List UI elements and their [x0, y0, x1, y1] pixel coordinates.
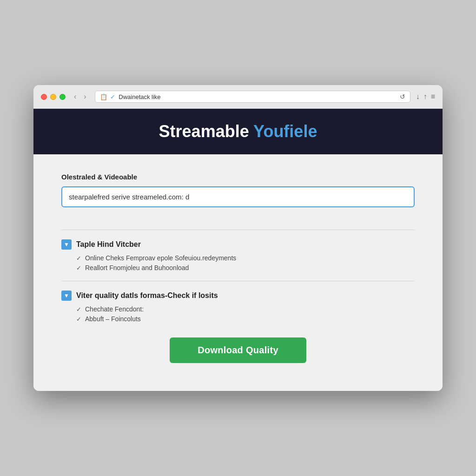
item-text: Chechate Fencdont: — [85, 305, 144, 313]
favicon: ✓ — [110, 93, 115, 100]
feature-items-1: ✓ Online Cheks Femproav epole Sofeuiou.r… — [61, 254, 415, 271]
title-bar: ‹ › 📋 ✓ Dwainetack like ↺ ↓ ↑ ≡ — [33, 85, 443, 109]
reload-button[interactable]: ↺ — [400, 93, 405, 100]
list-item: ✓ Online Cheks Femproav epole Sofeuiou.r… — [76, 254, 415, 262]
check-icon: ✓ — [76, 316, 81, 323]
check-icon: ✓ — [76, 306, 81, 313]
list-item: ✓ Chechate Fencdont: — [76, 305, 415, 313]
back-button[interactable]: ‹ — [71, 92, 79, 102]
divider-2 — [61, 281, 415, 281]
menu-button[interactable]: ≡ — [431, 93, 435, 101]
section-label: Olestraled & Videoable — [61, 173, 415, 181]
address-bar[interactable]: 📋 ✓ Dwainetack like ↺ — [95, 91, 410, 103]
list-item: ✓ Reallort Fnomjoleu and Buhoonload — [76, 264, 415, 271]
upload-toolbar-button[interactable]: ↑ — [423, 93, 427, 101]
nav-buttons: ‹ › — [71, 92, 89, 102]
chevron-icon-2: ▼ — [61, 291, 72, 301]
close-button[interactable] — [41, 94, 47, 100]
maximize-button[interactable] — [60, 94, 66, 100]
feature-title-1: Taple Hind Vitcber — [76, 240, 141, 249]
url-display: Dwainetack like — [119, 93, 160, 100]
chevron-icon-1: ▼ — [61, 239, 72, 250]
window-controls — [41, 94, 66, 100]
item-text: Reallort Fnomjoleu and Buhoonload — [85, 264, 189, 271]
check-icon: ✓ — [76, 264, 81, 271]
feature-section-1: ▼ Taple Hind Vitcber ✓ Online Cheks Femp… — [61, 239, 415, 271]
feature-section-2: ▼ Viter quality datls formas-Check if lo… — [61, 291, 415, 323]
download-quality-button[interactable]: Download Quality — [170, 337, 306, 363]
item-text: Abbuft – Foincoluts — [85, 315, 141, 323]
page-header: Streamable Youfiele — [33, 109, 443, 154]
clipboard-icon: 📋 — [100, 93, 107, 100]
title-blue: Youfiele — [253, 122, 317, 141]
divider-1 — [61, 230, 415, 230]
feature-title-2: Viter quality datls formas-Check if losi… — [76, 291, 218, 300]
minimize-button[interactable] — [50, 94, 56, 100]
forward-button[interactable]: › — [81, 92, 89, 102]
download-toolbar-button[interactable]: ↓ — [416, 93, 420, 101]
toolbar-right: ↓ ↑ ≡ — [416, 93, 435, 101]
page-title: Streamable Youfiele — [43, 122, 433, 141]
feature-items-2: ✓ Chechate Fencdont: ✓ Abbuft – Foincolu… — [61, 305, 415, 323]
list-item: ✓ Abbuft – Foincoluts — [76, 315, 415, 323]
page-content: Olestraled & Videoable ▼ Taple Hind Vitc… — [33, 154, 443, 391]
feature-header-1: ▼ Taple Hind Vitcber — [61, 239, 415, 250]
item-text: Online Cheks Femproav epole Sofeuiou.red… — [85, 254, 236, 262]
address-text: ✓ Dwainetack like — [110, 93, 397, 100]
check-icon: ✓ — [76, 255, 81, 262]
url-input[interactable] — [61, 186, 415, 207]
feature-header-2: ▼ Viter quality datls formas-Check if lo… — [61, 291, 415, 301]
browser-window: ‹ › 📋 ✓ Dwainetack like ↺ ↓ ↑ ≡ Streamab… — [33, 85, 443, 391]
title-white: Streamable — [159, 122, 249, 141]
